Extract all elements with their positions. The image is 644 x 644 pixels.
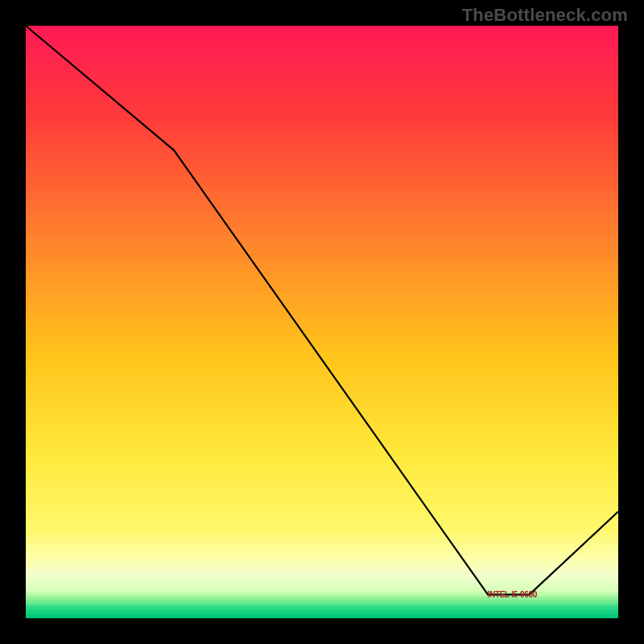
cpu-marker-label: INTEL I5-9600 <box>488 590 538 599</box>
bottleneck-curve <box>26 26 618 618</box>
watermark-text: TheBottleneck.com <box>462 5 628 26</box>
curve-path <box>26 26 618 595</box>
plot-area: INTEL I5-9600 <box>26 26 618 618</box>
chart-frame: TheBottleneck.com INTEL I5-9600 <box>0 0 644 644</box>
